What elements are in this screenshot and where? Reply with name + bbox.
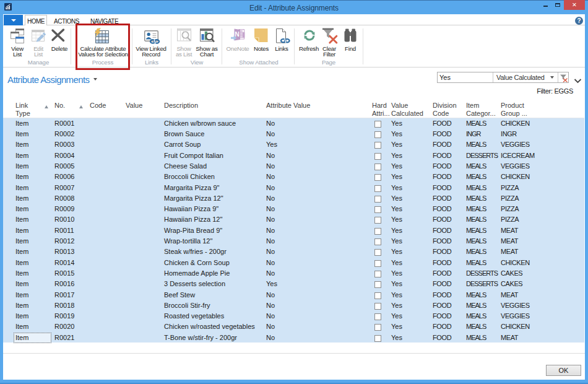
svg-text:N: N: [235, 30, 240, 38]
